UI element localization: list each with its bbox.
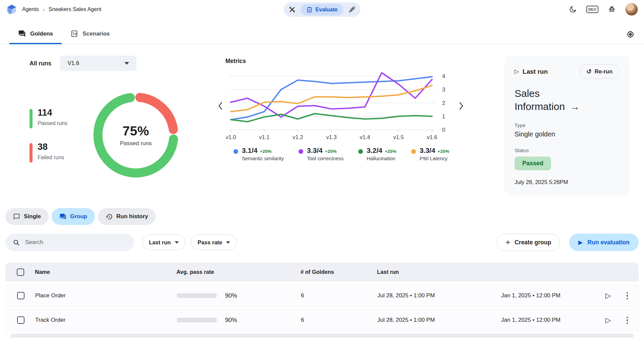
chip-group[interactable]: Group (52, 208, 95, 225)
legend-dot-icon (299, 149, 303, 154)
search-icon (13, 239, 20, 246)
metrics-line-chart: 01234v1.0v1.1v1.2v1.3v1.4v1.5v1.6 (226, 66, 455, 146)
status-badge: Passed (515, 157, 551, 170)
evaluate-button[interactable]: Evaluate (301, 4, 343, 15)
user-avatar[interactable] (625, 3, 638, 16)
row-menu-kebab-icon[interactable] (623, 317, 632, 324)
legend-item: 3.3/4+25%Tool correctness (299, 146, 343, 161)
sort-last-run-dropdown[interactable]: Last run (142, 235, 185, 250)
svg-text:3: 3 (442, 86, 445, 93)
svg-text:v1.3: v1.3 (326, 134, 336, 140)
svg-text:2: 2 (442, 100, 445, 106)
overview-section: All runs V1.6 114 Passed runs 38 (0, 56, 644, 195)
select-all-checkbox[interactable] (17, 268, 24, 276)
build-tools-icon[interactable] (289, 6, 296, 13)
plus-icon: + (505, 238, 510, 246)
version-select-value: V1.6 (67, 60, 79, 67)
breadcrumb: Agents › Sneakers Sales Agent (22, 6, 101, 12)
rocket-deploy-icon[interactable] (348, 6, 355, 13)
mode-switcher: Evaluate (284, 2, 361, 17)
breadcrumb-current: Sneakers Sales Agent (49, 6, 101, 12)
svg-text:1: 1 (442, 113, 445, 120)
chip-run-history[interactable]: Run history (98, 208, 156, 225)
single-chat-bubble-icon (13, 213, 20, 220)
failed-count: 38 (38, 142, 64, 152)
chip-single[interactable]: Single (5, 208, 49, 225)
progress-bar (177, 293, 217, 298)
col-num-goldens: # of Goldens (301, 269, 377, 275)
donut-label: Passed runs (120, 140, 152, 147)
chart-next-chevron-icon[interactable] (455, 100, 467, 112)
create-group-button[interactable]: + Create group (497, 234, 560, 251)
filter-row: Last run Pass rate + Create group ▶ Run … (5, 234, 639, 251)
created-date: Jan 1, 2025 • 12:00 PM (501, 317, 605, 323)
rerun-button[interactable]: ↺ Re-run (580, 64, 619, 79)
next-row-peek (11, 334, 633, 338)
svg-text:v1.1: v1.1 (259, 134, 269, 140)
failed-runs-stat: 38 Failed runs (30, 142, 89, 163)
version-select[interactable]: V1.6 (60, 56, 137, 71)
chevron-down-icon (175, 241, 179, 244)
run-row-play-icon[interactable]: ▷ (605, 316, 623, 324)
search-input[interactable] (25, 239, 127, 246)
app-logo-icon[interactable] (6, 4, 17, 15)
search-box[interactable] (5, 234, 134, 251)
row-menu-kebab-icon[interactable] (623, 292, 632, 300)
passed-runs-stat: 114 Passed runs (30, 108, 89, 128)
tab-scenarios-label: Scenarios (83, 31, 110, 37)
chat-bubbles-icon (18, 30, 26, 38)
dev-mode-icon[interactable]: DEV (586, 6, 598, 13)
dark-mode-moon-icon[interactable] (569, 5, 577, 13)
tab-scenarios[interactable]: Scenarios (62, 30, 118, 44)
tab-bar: Goldens Scenarios (0, 24, 644, 44)
bug-report-icon[interactable] (608, 5, 616, 13)
run-row-play-icon[interactable]: ▷ (605, 292, 623, 300)
legend-dot-icon (358, 149, 363, 154)
chart-legend: 3.1/4+25%Semantic similarity3.3/4+25%Too… (233, 146, 474, 161)
group-chat-bubbles-icon (59, 213, 66, 220)
goldens-group-table: Name Avg. pass rate # of Goldens Last ru… (5, 262, 639, 338)
last-run-detail-card: ▷ Last run ↺ Re-run Sales Information→ T… (504, 56, 629, 195)
view-chips: Single Group Run history (5, 208, 644, 225)
run-stats: 114 Passed runs 38 Failed runs (30, 108, 89, 163)
checklist-icon (70, 30, 78, 38)
passed-stat-bar (30, 109, 33, 128)
pass-rate-value: 90% (225, 292, 237, 299)
last-run-date: Jul 28, 2025 • 1:00 PM (377, 292, 501, 299)
col-name: Name (35, 269, 176, 275)
last-run-title: ▷ Last run (515, 68, 548, 75)
tab-goldens[interactable]: Goldens (9, 30, 62, 44)
type-value: Single golden (515, 130, 619, 138)
play-filled-icon: ▶ (578, 239, 583, 246)
passed-label: Passed runs (38, 120, 67, 126)
settings-gear-icon[interactable] (626, 30, 635, 39)
breadcrumb-separator: › (43, 7, 45, 12)
last-run-date: Jul 28, 2025 • 1:00 PM (377, 317, 501, 323)
table-row[interactable]: Track Order 90% 6 Jul 28, 2025 • 1:00 PM… (5, 309, 639, 331)
row-name: Place Order (35, 292, 177, 299)
play-outline-icon: ▷ (515, 68, 519, 75)
svg-text:v1.5: v1.5 (393, 134, 404, 140)
pass-rate-value: 90% (225, 317, 237, 324)
tab-goldens-label: Goldens (30, 31, 53, 37)
svg-text:v1.6: v1.6 (427, 134, 437, 140)
failed-stat-bar (30, 143, 33, 163)
top-bar: Agents › Sneakers Sales Agent Evaluate (0, 0, 644, 19)
sort-pass-rate-dropdown[interactable]: Pass rate (191, 235, 237, 250)
last-run-timestamp: July 28, 2025 5:26PM (515, 179, 619, 185)
legend-item: 3.3/4+25%P90 Latency (411, 146, 449, 161)
evaluate-label: Evaluate (316, 7, 338, 13)
chevron-down-icon (124, 62, 129, 65)
svg-text:v1.0: v1.0 (226, 134, 236, 140)
chart-prev-chevron-icon[interactable] (215, 100, 226, 112)
svg-text:4: 4 (442, 73, 445, 79)
metrics-title: Metrics (225, 58, 474, 65)
open-arrow-icon[interactable]: → (570, 102, 580, 112)
refresh-icon: ↺ (586, 68, 592, 75)
clipboard-check-icon (307, 7, 313, 13)
run-evaluation-button[interactable]: ▶ Run evaluation (569, 234, 639, 251)
table-row[interactable]: Place Order 90% 6 Jul 28, 2025 • 1:00 PM… (5, 285, 639, 307)
breadcrumb-agents-link[interactable]: Agents (22, 6, 39, 12)
row-checkbox[interactable] (17, 292, 24, 299)
row-checkbox[interactable] (17, 316, 24, 324)
